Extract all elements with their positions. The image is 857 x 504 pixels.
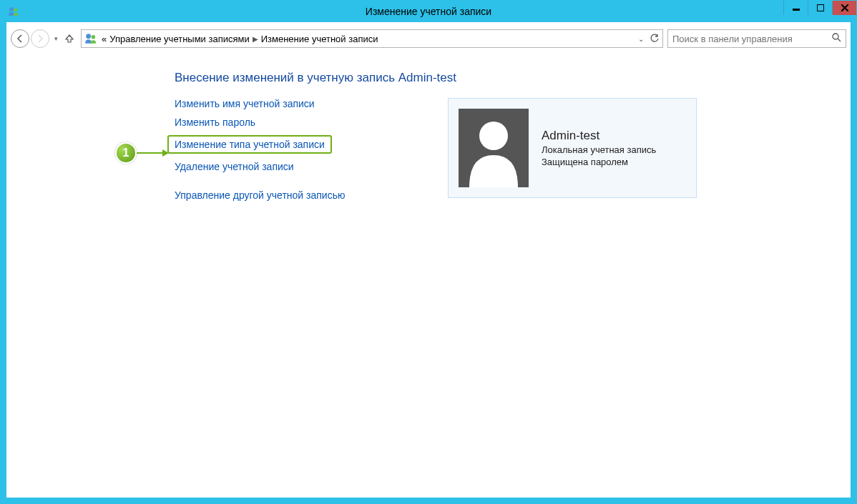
breadcrumb-item-2[interactable]: Изменение учетной записи (261, 34, 378, 44)
annotation-number: 1 (115, 142, 137, 164)
maximize-button[interactable] (808, 1, 832, 15)
content-area: Внесение изменений в учетную запись Admi… (6, 51, 851, 498)
search-icon[interactable] (832, 33, 841, 44)
address-dropdown-icon[interactable]: ⌄ (638, 35, 644, 43)
chevron-right-icon: ▶ (253, 35, 258, 43)
svg-line-9 (838, 39, 841, 41)
history-dropdown-icon[interactable]: ▾ (51, 35, 61, 42)
svg-point-11 (479, 122, 508, 150)
svg-rect-3 (817, 4, 824, 11)
link-manage-other-account[interactable]: Управление другой учетной записью (175, 189, 345, 201)
minimize-button[interactable] (783, 1, 808, 15)
search-box[interactable] (667, 29, 846, 48)
address-bar[interactable]: « Управление учетными записями ▶ Изменен… (81, 29, 663, 48)
breadcrumb-prefix: « (102, 34, 107, 44)
link-change-password[interactable]: Изменить пароль (175, 117, 255, 128)
titlebar[interactable]: Изменение учетной записи (1, 1, 856, 22)
user-name: Admin-test (542, 129, 656, 143)
link-change-account-type[interactable]: Изменение типа учетной записи (167, 135, 332, 154)
annotation-callout: 1 (115, 142, 169, 164)
back-button[interactable] (11, 29, 29, 48)
avatar (459, 109, 529, 187)
svg-point-6 (86, 34, 91, 39)
annotation-arrow-head (162, 149, 169, 157)
search-input[interactable] (672, 34, 832, 44)
client-area: ▾ « Управление учетными записями ▶ (6, 22, 851, 498)
window-frame: Изменение учетной записи ▾ (0, 0, 857, 504)
up-button[interactable] (62, 34, 77, 44)
window-controls (783, 1, 856, 15)
nav-toolbar: ▾ « Управление учетными записями ▶ (6, 26, 851, 51)
annotation-arrow-line (137, 152, 162, 154)
user-accounts-icon (84, 32, 97, 45)
link-rename-account[interactable]: Изменить имя учетной записи (175, 98, 315, 109)
svg-point-8 (833, 34, 838, 39)
user-info: Admin-test Локальная учетная запись Защи… (542, 129, 656, 167)
svg-rect-2 (793, 9, 800, 11)
user-card: Admin-test Локальная учетная запись Защи… (448, 98, 697, 198)
page-heading: Внесение изменений в учетную запись Admi… (175, 71, 851, 85)
user-password-status: Защищена паролем (542, 157, 656, 167)
close-button[interactable] (832, 1, 856, 15)
svg-point-7 (92, 35, 96, 39)
window-title: Изменение учетной записи (1, 6, 856, 17)
forward-button[interactable] (31, 29, 49, 48)
breadcrumb[interactable]: « Управление учетными записями ▶ Изменен… (102, 34, 378, 44)
user-account-type: Локальная учетная запись (542, 144, 656, 155)
refresh-icon[interactable] (650, 33, 660, 45)
breadcrumb-item-1[interactable]: Управление учетными записями (109, 34, 249, 44)
link-delete-account[interactable]: Удаление учетной записи (175, 161, 294, 172)
